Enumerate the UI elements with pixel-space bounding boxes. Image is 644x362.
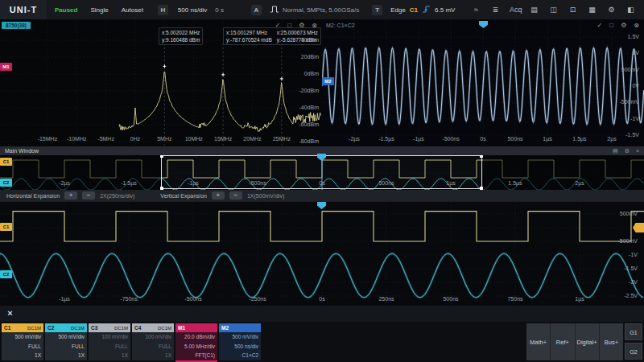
- marker3-x: x:25.000673 MHz: [277, 29, 318, 36]
- channel-details: 20.0 dBm/div5.00 MHz/divFFT(C1): [175, 332, 217, 360]
- cursor-icon[interactable]: ≈: [471, 6, 481, 14]
- measure-icon[interactable]: ≣: [490, 6, 501, 14]
- channel-setting-row: FULL: [45, 343, 87, 351]
- run-status[interactable]: Paused: [55, 6, 77, 14]
- single-button[interactable]: Single: [90, 6, 108, 14]
- channel-box-c3[interactable]: C3DC1M100 mV/divFULL1X: [89, 323, 130, 360]
- channel-coupling: DC1M: [71, 326, 85, 331]
- zoom-window: C1 C2 -1µs-750ns-500ns-250ns0s250ns500ns…: [0, 201, 644, 306]
- acquire-info[interactable]: Normal, 5MPts, 5.00GSa/s: [283, 6, 359, 14]
- channel-details: 500 mV/div500 ns/divC1×C2: [219, 332, 261, 360]
- math-add-button[interactable]: Math+: [526, 323, 550, 360]
- main-grid-icon[interactable]: ▤: [613, 146, 618, 155]
- channel-box-m2[interactable]: M2500 mV/div500 ns/divC1×C2: [219, 323, 261, 360]
- horizontal-key[interactable]: H: [158, 5, 168, 15]
- expansion-control-bar: Horizontal Expansion + − 2X(250ns/div) V…: [0, 190, 644, 201]
- ref-add-button[interactable]: Ref+: [550, 323, 574, 360]
- exit-multiview-button[interactable]: ×: [4, 307, 16, 319]
- acquire-button[interactable]: Acq: [510, 6, 520, 14]
- channel-id: C1: [4, 325, 10, 331]
- bus-add-button[interactable]: Bus+: [599, 323, 623, 360]
- m2-close-window-icon[interactable]: ⊗: [634, 22, 639, 29]
- oscilloscope-screen: UNI-T Paused Single Autoset H 500 ns/div…: [0, 0, 644, 362]
- m2-plot: [322, 19, 644, 146]
- c2-channel-tag[interactable]: C2: [0, 270, 12, 278]
- m2-waveform-window: M2: C1×C2 ✓□⚙⊗ M2 -2µs-1.5µs-1µs-500ns0s…: [322, 19, 644, 146]
- channel-setting-row: 500 mV/div: [45, 333, 87, 341]
- marker2-y: y:-787.670524 mdB: [226, 36, 272, 43]
- trigger-level[interactable]: 6.5 mV: [435, 6, 455, 14]
- c2-channel-tag[interactable]: C2: [0, 179, 12, 187]
- v-expand-plus-button[interactable]: +: [212, 191, 225, 200]
- horizontal-offset[interactable]: 0 s: [215, 6, 224, 14]
- channel-setting-row: C1×C2: [219, 352, 261, 360]
- channel-setting-row: 500 ns/div: [219, 343, 261, 351]
- main-window-title: Main Window: [5, 146, 39, 155]
- main-close-window-icon[interactable]: ×: [636, 146, 639, 155]
- m2-channel-tag[interactable]: M2: [322, 77, 334, 85]
- h-expand-plus-button[interactable]: +: [64, 191, 77, 200]
- top-toolbar: UNI-T Paused Single Autoset H 500 ns/div…: [0, 0, 644, 20]
- pulse-icon: [270, 5, 279, 15]
- marker1-y: y:9.160488 dBm: [162, 36, 200, 43]
- channel-box-c4[interactable]: C4DC1M100 mV/divFULL1X: [132, 323, 174, 360]
- channel-setting-row: FFT(C1): [175, 352, 217, 360]
- g2-button[interactable]: G2: [625, 343, 642, 360]
- selection-handle[interactable]: [480, 155, 483, 158]
- channel-box-c1[interactable]: C1DC1M500 mV/divFULL1X: [2, 323, 43, 360]
- display-split-icon[interactable]: ◧: [625, 6, 636, 14]
- fft-trace: [119, 72, 320, 131]
- c1-channel-tag[interactable]: C1: [0, 158, 12, 166]
- channel-header-c4[interactable]: C4DC1M: [132, 323, 174, 332]
- channel-box-c2[interactable]: C2DC1M500 mV/divFULL1X: [45, 323, 87, 360]
- channel-header-c2[interactable]: C2DC1M: [45, 323, 87, 332]
- trigger-mode[interactable]: Edge: [390, 6, 406, 14]
- h-expand-minus-button[interactable]: −: [82, 191, 95, 200]
- main-window-strip: Main Window ▤⚙× -2µs-1.5µs-1µs-500ns0s50…: [0, 146, 644, 201]
- channel-coupling: DC1M: [114, 326, 128, 331]
- horizontal-expansion-label: Horizontal Expansion: [6, 193, 60, 199]
- m2-maximize-icon[interactable]: □: [609, 22, 613, 29]
- timebase-value[interactable]: 500 ns/div: [178, 6, 207, 14]
- zoom-plot: [0, 202, 644, 306]
- utility-icon[interactable]: ▦: [587, 6, 597, 14]
- m1-channel-tag[interactable]: M1: [0, 63, 12, 71]
- h-expansion-value: 2X(250ns/div): [100, 193, 134, 199]
- g-buttons: G1G2: [625, 323, 642, 362]
- main-window-settings-icon[interactable]: ⚙: [625, 146, 630, 155]
- c1-channel-tag[interactable]: C1: [0, 223, 12, 231]
- channel-setting-row: FULL: [89, 343, 130, 351]
- fullscreen-icon[interactable]: ⊡: [568, 6, 578, 14]
- fft-marker23-tooltip: x:15.001297 MHz x:25.000673 MHz y:-787.6…: [223, 27, 321, 45]
- m2-window-settings-icon[interactable]: ⚙: [621, 22, 626, 29]
- print-icon[interactable]: ▤: [529, 6, 539, 14]
- v-expand-minus-button[interactable]: −: [229, 191, 242, 200]
- g1-button[interactable]: G1: [625, 323, 642, 340]
- channel-box-m1[interactable]: M120.0 dBm/div5.00 MHz/divFFT(C1): [175, 323, 217, 360]
- channel-setting-row: 100 mV/div: [89, 333, 130, 341]
- zoom-c1-trace: [0, 212, 644, 241]
- channel-setting-row: 20.0 dBm/div: [175, 333, 217, 341]
- channel-header-c3[interactable]: C3DC1M: [89, 323, 130, 332]
- peak-marker: [221, 73, 225, 76]
- selection-handle[interactable]: [160, 155, 163, 158]
- autoset-button[interactable]: Autoset: [122, 6, 143, 14]
- channel-header-m2[interactable]: M2: [219, 323, 261, 332]
- main-window-header-icons: ▤⚙×: [613, 146, 639, 155]
- channel-setting-row: 500 mV/div: [219, 333, 261, 341]
- settings-gear-icon[interactable]: ⚙: [606, 6, 617, 14]
- channel-header-c1[interactable]: C1DC1M: [2, 323, 43, 332]
- channel-header-m1[interactable]: M1: [175, 323, 217, 332]
- channel-details: 500 mV/divFULL1X: [45, 332, 87, 360]
- dim-overlay-left: [0, 155, 161, 190]
- save-icon[interactable]: ◫: [548, 6, 559, 14]
- trigger-key[interactable]: T: [372, 5, 382, 15]
- bottom-gap-bar: ×: [0, 306, 644, 322]
- marker2-x: x:15.001297 MHz: [226, 29, 272, 36]
- channel-id: C3: [91, 325, 97, 331]
- dim-overlay-right: [483, 155, 644, 190]
- m2-confirm-icon[interactable]: ✓: [597, 22, 603, 29]
- digital-add-button[interactable]: Digital+: [575, 323, 599, 360]
- acquire-key[interactable]: A: [251, 5, 262, 15]
- trigger-source[interactable]: C1: [410, 6, 418, 14]
